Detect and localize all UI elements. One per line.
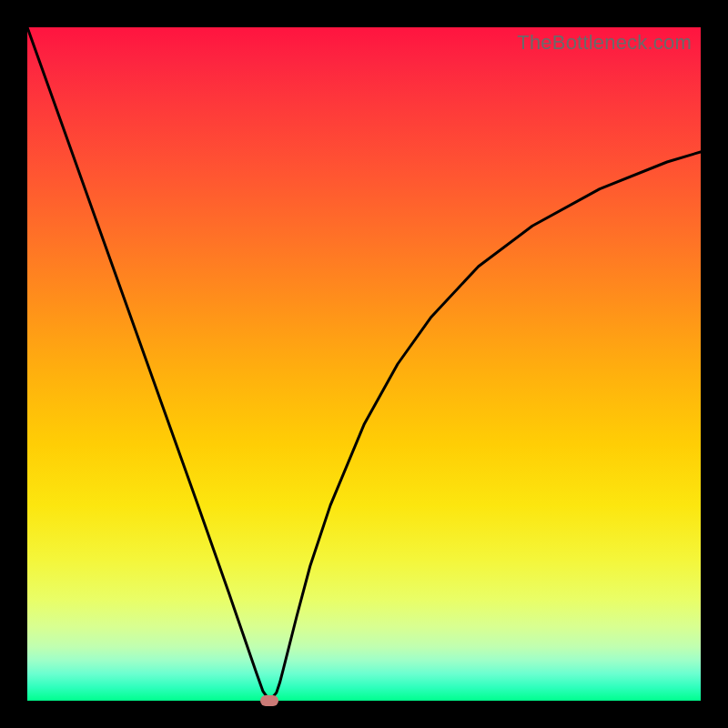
chart-frame: TheBottleneck.com — [0, 0, 728, 728]
bottleneck-curve — [27, 27, 701, 701]
plot-area: TheBottleneck.com — [27, 27, 701, 701]
minimum-marker — [260, 695, 278, 706]
